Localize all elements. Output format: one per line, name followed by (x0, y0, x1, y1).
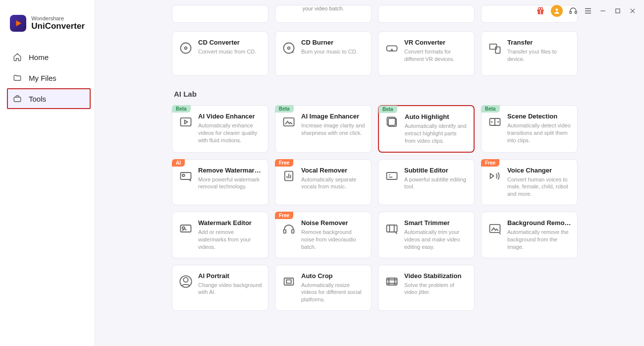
ai-image-enhancer-icon (281, 115, 296, 129)
card-body: Video StabilizationSolve the problem of … (404, 272, 468, 304)
card-body: VR ConverterConvert formats for differen… (404, 39, 468, 68)
ai-portrait-icon (178, 274, 193, 289)
card-desc: Burn your music to CD. (301, 48, 365, 56)
card-desc: A powerful subtitle editing tool. (404, 176, 468, 191)
tool-card-ai-image-enhancer[interactable]: BetaAI Image EnhancerIncrease image clar… (275, 105, 372, 153)
card-title: Transfer (507, 39, 571, 46)
tool-card-cd-converter[interactable]: CD ConverterConvert music from CD. (172, 31, 268, 76)
menu-icon[interactable] (584, 6, 592, 15)
folder-icon (13, 73, 22, 82)
svg-point-16 (181, 43, 191, 54)
partial-desc: your video batch. (303, 5, 344, 11)
card-body: Remove Watermark ...More powerful waterm… (198, 167, 262, 198)
watermark-editor-icon (178, 221, 193, 236)
tool-card-scene-detection[interactable]: BetaScene DetectionAutomatically detect … (481, 105, 578, 153)
tool-card-noise-remover[interactable]: FreeNoise RemoverRemove background noise… (275, 212, 372, 258)
subtitle-editor-icon (384, 169, 399, 183)
card-desc: Solve the problem of video jitter. (404, 282, 468, 296)
home-icon (13, 53, 22, 61)
card-desc: Automatically trim your videos and make … (404, 229, 468, 251)
svg-point-19 (288, 47, 290, 50)
nav-files[interactable]: My Files (0, 67, 95, 88)
tool-card-background-remover[interactable]: Background RemoverAutomatically remove t… (481, 212, 578, 258)
transfer-icon (487, 41, 502, 56)
avatar[interactable] (551, 5, 563, 17)
remove-watermark-icon (178, 169, 193, 183)
tool-card-transfer[interactable]: TransferTransfer your files to device. (481, 31, 578, 76)
tool-card-voice-changer[interactable]: FreeVoice ChangerConvert human voices to… (481, 159, 578, 206)
card-title: Vocal Remover (301, 167, 365, 174)
card-desc: Automatically detect video transitions a… (507, 122, 571, 144)
close-button[interactable] (628, 6, 637, 15)
card-desc: Automatically identify and extract highl… (405, 122, 468, 145)
card-desc: Automatically separate vocals from music… (301, 176, 365, 191)
cd-converter-icon (178, 41, 193, 56)
card-title: AI Video Enhancer (198, 113, 262, 120)
card-body: Subtitle EditorA powerful subtitle editi… (404, 167, 468, 198)
nav-home[interactable]: Home (0, 47, 95, 67)
card-title: VR Converter (404, 39, 468, 46)
svg-point-17 (185, 47, 187, 50)
partial-card[interactable]: your video batch. (275, 5, 372, 23)
minimize-button[interactable] (598, 6, 607, 15)
tool-card-cd-burner[interactable]: CD BurnerBurn your music to CD. (275, 31, 372, 76)
card-title: Noise Remover (301, 219, 365, 227)
tool-card-subtitle-editor[interactable]: Subtitle EditorA powerful subtitle editi… (378, 159, 475, 206)
card-desc: Automatically resize videos for differen… (301, 282, 365, 304)
card-title: Auto Crop (301, 272, 365, 280)
card-body: Smart TrimmerAutomatically trim your vid… (404, 219, 468, 251)
tool-card-vr-converter[interactable]: VR ConverterConvert formats for differen… (378, 31, 475, 76)
svg-rect-43 (387, 278, 397, 285)
toolbox-icon (13, 94, 22, 103)
card-body: CD BurnerBurn your music to CD. (301, 39, 365, 68)
free-badge: Free (275, 212, 293, 219)
tool-card-watermark-editor[interactable]: Watermark EditorAdd or remove watermarks… (172, 212, 268, 258)
card-body: CD ConverterConvert music from CD. (198, 39, 262, 68)
card-title: Video Stabilization (404, 272, 468, 280)
svg-rect-37 (387, 225, 397, 232)
tool-card-ai-video-enhancer[interactable]: BetaAI Video EnhancerAutomatically enhan… (172, 105, 268, 153)
card-title: CD Burner (301, 39, 365, 46)
card-title: Smart Trimmer (404, 219, 468, 227)
card-desc: Automatically enhance videos for clearer… (198, 122, 262, 144)
card-body: Auto CropAutomatically resize videos for… (301, 272, 365, 304)
svg-rect-3 (540, 10, 541, 14)
svg-rect-42 (286, 280, 291, 283)
card-body: Vocal RemoverAutomatically separate voca… (301, 167, 365, 198)
card-title: AI Portrait (198, 272, 262, 280)
svg-rect-8 (575, 11, 577, 14)
svg-rect-35 (284, 230, 286, 233)
ai-video-enhancer-icon (178, 115, 193, 129)
card-body: Background RemoverAutomatically remove t… (507, 219, 571, 251)
maximize-button[interactable] (613, 6, 622, 15)
tool-card-auto-highlight[interactable]: BetaAuto HighlightAutomatically identify… (378, 105, 475, 153)
tool-card-auto-crop[interactable]: Auto CropAutomatically resize videos for… (275, 265, 372, 311)
svg-point-5 (540, 7, 543, 10)
svg-point-6 (556, 8, 558, 11)
tool-card-ai-portrait[interactable]: AI PortraitChange video background with … (172, 265, 268, 311)
auto-crop-icon (281, 274, 296, 289)
free-badge: Free (275, 159, 293, 167)
card-title: Auto Highlight (405, 113, 468, 120)
svg-rect-41 (284, 278, 294, 285)
svg-rect-13 (616, 9, 620, 13)
nav-tools[interactable]: Tools (7, 88, 91, 109)
tool-card-vocal-remover[interactable]: FreeVocal RemoverAutomatically separate … (275, 159, 372, 206)
section-title: AI Lab (174, 90, 619, 98)
card-desc: Convert formats for different VR devices… (404, 48, 468, 63)
svg-rect-36 (292, 230, 294, 233)
card-desc: More powerful watermark removal technolo… (198, 176, 262, 191)
card-title: Remove Watermark ... (198, 167, 262, 174)
card-desc: Convert human voices to male, female, ch… (507, 176, 571, 198)
partial-card[interactable] (378, 5, 475, 23)
sidebar: Wondershare UniConverter Home My Files T… (0, 0, 95, 346)
tool-card-smart-trimmer[interactable]: Smart TrimmerAutomatically trim your vid… (378, 212, 475, 258)
gift-icon[interactable] (536, 6, 545, 15)
headset-icon[interactable] (569, 6, 578, 15)
logo-mark-icon (10, 15, 26, 32)
tool-card-video-stabilization[interactable]: Video StabilizationSolve the problem of … (378, 265, 475, 311)
card-title: Scene Detection (507, 113, 571, 120)
tool-card-remove-watermark[interactable]: AIRemove Watermark ...More powerful wate… (172, 159, 268, 206)
partial-card[interactable] (172, 5, 268, 23)
card-desc: Increase image clarity and sharpness wit… (301, 122, 365, 137)
